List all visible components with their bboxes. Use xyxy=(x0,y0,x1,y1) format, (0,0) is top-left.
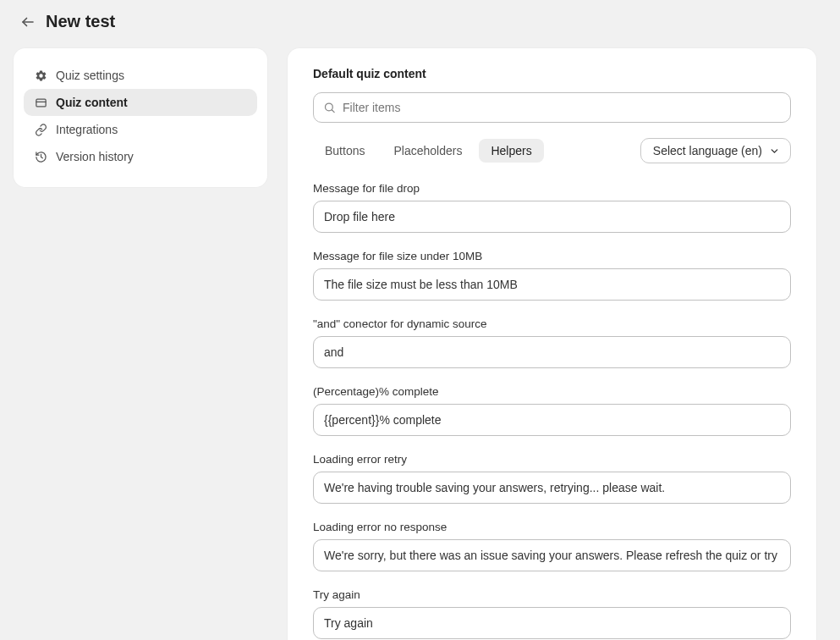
field-input-and-connector[interactable] xyxy=(313,336,791,368)
filter-wrap xyxy=(313,92,791,123)
field-group: Loading error no response xyxy=(313,521,791,571)
sidebar-item-version-history[interactable]: Version history xyxy=(24,143,257,170)
chevron-down-icon xyxy=(769,146,780,157)
sidebar-item-quiz-content[interactable]: Quiz content xyxy=(24,89,257,116)
field-label: (Percentage)% complete xyxy=(313,385,791,398)
sidebar-item-label: Quiz settings xyxy=(56,69,124,82)
page-title: New test xyxy=(46,12,115,31)
field-input-loading-no-response[interactable] xyxy=(313,539,791,571)
filter-input[interactable] xyxy=(313,92,791,123)
language-select-label: Select language (en) xyxy=(653,144,762,157)
svg-line-4 xyxy=(332,110,334,113)
link-icon xyxy=(34,123,47,136)
field-group: Message for file size under 10MB xyxy=(313,250,791,301)
tabs-row: Buttons Placeholders Helpers Select lang… xyxy=(313,138,791,163)
tabs: Buttons Placeholders Helpers xyxy=(313,139,544,163)
field-group: Loading error retry xyxy=(313,453,791,504)
sidebar-item-label: Quiz content xyxy=(56,96,128,109)
history-icon xyxy=(34,150,47,163)
main-content-card: Default quiz content Buttons Placeholder… xyxy=(288,48,816,640)
field-label: Try again xyxy=(313,588,791,601)
field-input-loading-retry[interactable] xyxy=(313,472,791,504)
back-arrow-icon[interactable] xyxy=(20,14,36,30)
svg-rect-1 xyxy=(36,99,45,107)
field-input-try-again[interactable] xyxy=(313,607,791,639)
tab-helpers[interactable]: Helpers xyxy=(479,139,543,163)
tab-placeholders[interactable]: Placeholders xyxy=(382,139,474,163)
field-label: Message for file drop xyxy=(313,182,791,195)
section-title: Default quiz content xyxy=(313,67,791,80)
language-select[interactable]: Select language (en) xyxy=(640,138,791,163)
page-header: New test xyxy=(0,0,840,40)
field-group: "and" conector for dynamic source xyxy=(313,317,791,368)
field-input-file-size[interactable] xyxy=(313,268,791,301)
field-group: Try again xyxy=(313,588,791,639)
gear-icon xyxy=(34,69,47,82)
sidebar: Quiz settings Quiz content Integrations xyxy=(14,48,267,187)
card-icon xyxy=(34,96,47,109)
tab-buttons[interactable]: Buttons xyxy=(313,139,376,163)
field-label: Message for file size under 10MB xyxy=(313,250,791,262)
field-group: (Percentage)% complete xyxy=(313,385,791,436)
sidebar-item-label: Integrations xyxy=(56,123,118,136)
sidebar-item-label: Version history xyxy=(56,150,134,163)
search-icon xyxy=(323,102,336,114)
field-group: Message for file drop xyxy=(313,182,791,233)
field-label: Loading error retry xyxy=(313,453,791,466)
field-label: Loading error no response xyxy=(313,521,791,533)
field-label: "and" conector for dynamic source xyxy=(313,317,791,330)
field-input-file-drop[interactable] xyxy=(313,201,791,233)
sidebar-item-integrations[interactable]: Integrations xyxy=(24,116,257,143)
field-input-percent-complete[interactable] xyxy=(313,404,791,436)
sidebar-item-quiz-settings[interactable]: Quiz settings xyxy=(24,62,257,89)
